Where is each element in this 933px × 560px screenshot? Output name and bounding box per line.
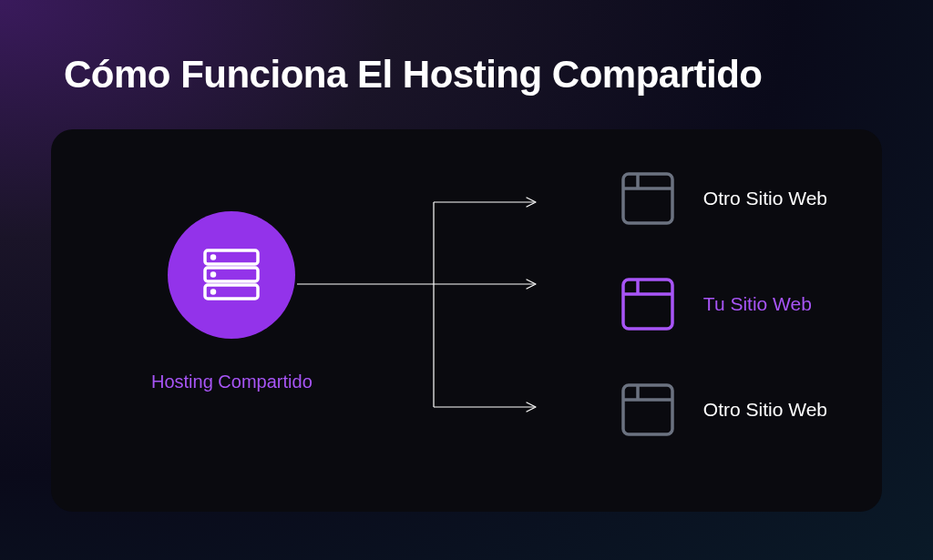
connection-arrows — [288, 184, 543, 439]
server-icon — [200, 243, 263, 307]
site-label-yours: Tu Sitio Web — [703, 293, 812, 315]
svg-rect-13 — [623, 280, 672, 329]
browser-icon — [620, 276, 676, 332]
site-row-other-1: Otro Sitio Web — [620, 170, 827, 227]
site-label-other-2: Otro Sitio Web — [703, 399, 827, 421]
svg-point-4 — [212, 273, 215, 276]
diagram-container: Hosting Compartido Otro Sitio Web — [51, 129, 882, 512]
site-label-other-1: Otro Sitio Web — [703, 188, 827, 209]
site-row-other-2: Otro Sitio Web — [620, 382, 827, 438]
svg-point-5 — [212, 290, 215, 293]
sites-column: Otro Sitio Web Tu Sitio Web Otro Sitio W… — [620, 170, 827, 438]
svg-rect-16 — [623, 385, 672, 434]
svg-rect-10 — [623, 174, 672, 223]
page-title: Cómo Funciona El Hosting Compartido — [0, 0, 933, 97]
site-row-yours: Tu Sitio Web — [620, 276, 827, 332]
server-circle — [168, 211, 295, 339]
svg-point-3 — [212, 256, 215, 259]
browser-icon — [620, 382, 676, 438]
browser-icon — [620, 170, 676, 227]
